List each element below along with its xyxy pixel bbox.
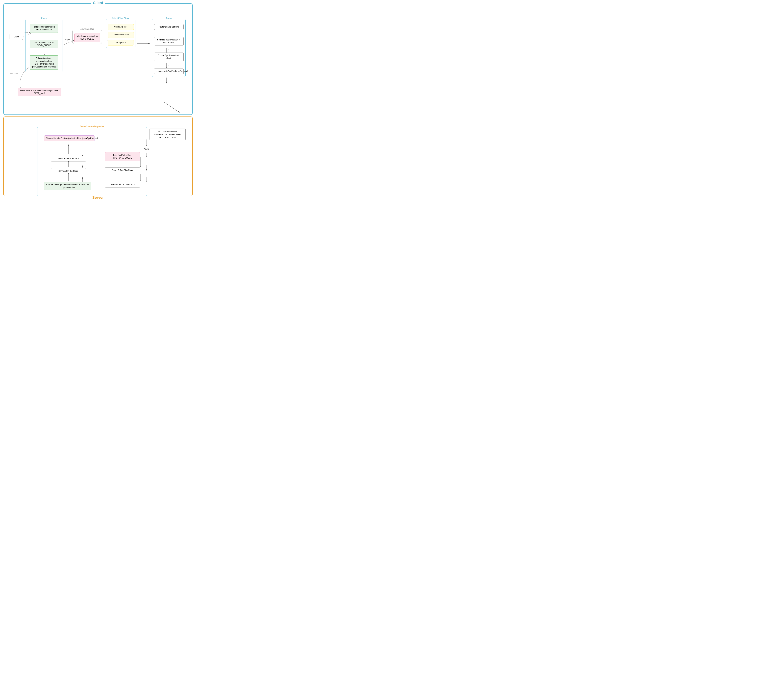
take-rpc-protocol-node: Take RpcProtocl from RPC_DATA_QUEUE [105, 152, 140, 161]
server-before-filter-node: ServerBeforeFilterChain [105, 167, 140, 173]
router-title: Router [164, 17, 173, 19]
client-node: Client [10, 34, 23, 40]
proxy-title: Proxy [40, 17, 48, 19]
router-box: Router Router Load Balancing ↓ Serialize… [152, 19, 185, 77]
channel-write-node: channel.writeAndFlush(rpcProtocol) [154, 68, 184, 74]
client-node-label: Client [14, 35, 19, 38]
async-send-title: AsyncSendJob [79, 28, 95, 30]
add-rpc-node: Add RpcInvocation to SEND_QUEUE [30, 40, 58, 48]
deserialize-resp-node: Deserialize to RpcInvocation and put it … [18, 88, 61, 96]
channel-handler-ctx-node: ChannelHandlerContext().writeAndFlush(re… [44, 136, 95, 141]
diagram-container: Client [3, 3, 193, 196]
response-label: response [10, 73, 18, 74]
spin-wait-node: Spin waiting to get rpcInvocation from R… [30, 55, 58, 69]
serialize-rpc-protocol-node: Serialize RpcInvocation to RpcProtocol [154, 37, 184, 46]
direct-invoke-node: DirectInvokeFilterI [108, 32, 134, 38]
router-load-balancing-node: Router Load Balancing [154, 24, 184, 30]
group-filter-node: GroupFilter [108, 40, 134, 46]
proxy-box: Proxy Package raw parameters into RpcInv… [26, 19, 63, 73]
server-channel-box: ServerChannelDispatcher ChannelHandlerCo… [37, 127, 147, 196]
server-channel-title: ServerChannelDispatcher [78, 125, 106, 127]
encode-rpc-node: Encode RpcProtocol with delimiter [154, 53, 184, 61]
client-filter-box: Client Filter Chain ClientLogFilter Dire… [106, 19, 135, 48]
client-filter-title: Client Filter Chain [111, 17, 131, 19]
server-after-filter-node: ServerAfterFilterChain [51, 168, 86, 174]
async-label: Async [65, 39, 70, 40]
serialize-to-rpc-node: Serialize to RpcProtocol [51, 156, 86, 161]
deserialize-to-rpc-inv-node: Deserialize to RpcInvocation [105, 182, 140, 187]
server-section: Server [3, 116, 193, 196]
client-section: Client [3, 3, 193, 115]
take-rpc-node: Take RpcInvocation from SEND_QUEUE [74, 33, 100, 42]
execute-target-node: Execute the target method and set the re… [44, 182, 91, 190]
client-log-filter-node: ClientLogFilter [108, 24, 134, 30]
package-params-node: Package raw parameters into RpcInvocatio… [30, 24, 58, 33]
receive-encode-node: Receive and encode Add ServerChannelRead… [150, 129, 185, 140]
client-title: Client [91, 1, 105, 5]
async-send-box: AsyncSendJob Take RpcInvocation from SEN… [72, 30, 102, 44]
